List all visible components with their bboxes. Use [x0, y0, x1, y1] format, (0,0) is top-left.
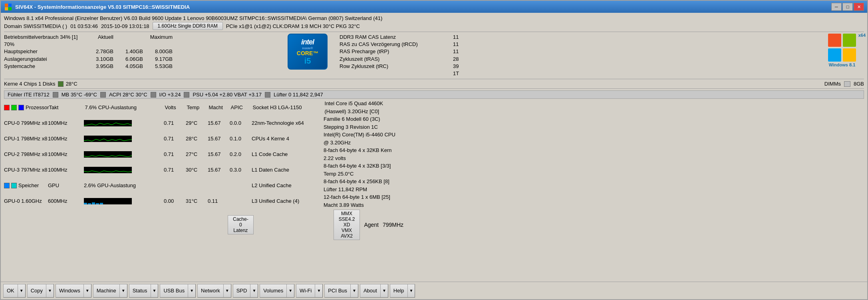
about-arrow[interactable]: ▼	[380, 284, 388, 297]
pci-bus-button[interactable]: PCI Bus ▼	[324, 284, 358, 298]
cas-label: DDR3 RAM CAS Latenz	[340, 34, 451, 41]
status-label: Status	[129, 288, 151, 294]
cpu2-volts: 0.71	[164, 151, 174, 157]
intel-core: CORE™	[297, 50, 318, 56]
cpu0-temp-col: 29°C	[186, 119, 208, 127]
spd-button[interactable]: SPD ▼	[233, 284, 258, 298]
svg-rect-4	[84, 203, 87, 204]
cpu1-takt-col: 100MHz	[48, 135, 84, 143]
copy-arrow[interactable]: ▼	[46, 284, 54, 297]
machine-button[interactable]: Machine ▼	[93, 284, 127, 298]
wifi-arrow[interactable]: ▼	[315, 284, 322, 297]
gpu-color-cyan	[11, 183, 17, 188]
apic-col: APIC	[231, 104, 253, 112]
windows-button[interactable]: Windows ▼	[56, 284, 91, 298]
sensors-bar: Fühler ITE IT8712 MB 35°C -69°C ACPI 28°…	[4, 90, 864, 99]
main-window: SIV64X - Systeminformationsanzeige V5.03…	[0, 0, 868, 300]
windows-logo: x64	[828, 34, 856, 62]
cpu2-chart	[84, 151, 132, 158]
cpu3-socket: L1 Daten Cache	[252, 167, 289, 173]
cpu3-chart-col	[84, 166, 164, 174]
win-sq-yellow	[843, 48, 856, 62]
ok-arrow[interactable]: ▼	[18, 284, 25, 297]
cpu2-proc-col: 8-fach 64-byte 4 x 32KB Kern 2.22 volts	[324, 146, 395, 162]
dimm-slot-indicator	[844, 81, 850, 87]
intel-logo: intel	[301, 38, 314, 46]
wifi-button[interactable]: Wi-Fi ▼	[296, 284, 323, 298]
ram-button[interactable]: 1.60GHz Single DDR3 RAM	[153, 22, 223, 30]
cpu0-macht: 15.67	[208, 120, 221, 126]
macht-label: Macht	[209, 104, 223, 110]
cpu-auslastung: 7.6% CPU-Auslastung	[85, 104, 137, 110]
main-content: Windows 8.1 x64 Professional (Einzelner …	[1, 13, 867, 282]
cpu1-apic: 0.1.0	[230, 136, 241, 142]
help-arrow[interactable]: ▼	[407, 284, 415, 297]
win-sq-green	[843, 34, 856, 47]
cpu2-temp: 27°C	[186, 151, 197, 157]
mmx-button[interactable]: MMX SSE4.2 XD VMX AVX2	[334, 210, 360, 240]
trc-val: 39 1T	[453, 63, 459, 77]
psu-val: PSU +5.04 +2.80 VBAT +3.17	[193, 92, 262, 98]
status-arrow[interactable]: ▼	[151, 284, 158, 297]
pci-bus-label: PCI Bus	[325, 288, 350, 294]
gpu-l2-proc: 8-fach 64-byte 4 x 256KB [8] Lüfter 11,8…	[324, 178, 389, 192]
cpu1-macht: 15.67	[208, 136, 221, 142]
speicher-label: Speicher	[18, 182, 39, 190]
dimms-label: DIMMs	[824, 81, 841, 87]
cache-latenz-button[interactable]: Cache-0 Latenz	[228, 215, 254, 234]
gpu0-macht-col: 0.11	[208, 197, 230, 205]
proc-col: Intel Core i5 Quad 4460K (Haswell) 3.20G…	[325, 100, 395, 115]
proc-label: Intel Core i5 Quad 4460K (Haswell) 3.20G…	[325, 100, 383, 114]
cpu3-name: CPU-3 797MHz x8	[4, 166, 47, 174]
cpu1-temp-col: 28°C	[186, 135, 208, 143]
volumes-button[interactable]: Volumes ▼	[260, 284, 294, 298]
cpu3-apic: 0.3.0	[230, 167, 241, 173]
usb-bus-arrow[interactable]: ▼	[188, 284, 195, 297]
cpu3-takt: 100MHz	[48, 167, 67, 173]
windows-arrow[interactable]: ▼	[83, 284, 91, 297]
ok-label: OK	[4, 288, 18, 294]
sensor-sq-5	[265, 92, 270, 98]
memory-row-0: Hauptspeicher 2.78GB 1.40GB 8.00GB	[4, 48, 276, 55]
ok-button[interactable]: OK ▼	[3, 284, 26, 298]
spd-arrow[interactable]: ▼	[250, 284, 258, 297]
volumes-arrow[interactable]: ▼	[286, 284, 294, 297]
volts-col: Volts	[165, 104, 187, 112]
kerne-text: Kerne 4 Chips 1 Disks	[4, 81, 56, 87]
usb-bus-button[interactable]: USB Bus ▼	[160, 284, 196, 298]
takt-label-col: Takt	[49, 104, 85, 112]
svg-rect-3	[8, 7, 12, 10]
socket-col: Socket H3 LGA-1150	[253, 104, 325, 112]
maximize-button[interactable]: □	[842, 3, 853, 11]
cpu1-proc-col: Intel(R) Core(TM) i5-4460 CPU @ 3.20GHz	[324, 131, 395, 146]
gpu0-volts: 0.00	[164, 198, 174, 204]
minimize-button[interactable]: ─	[831, 3, 842, 11]
status-button[interactable]: Status ▼	[129, 284, 159, 298]
title-bar-left: SIV64X - Systeminformationsanzeige V5.03…	[4, 3, 190, 11]
network-arrow[interactable]: ▼	[223, 284, 231, 297]
temp-text: 28°C	[66, 81, 77, 87]
close-button[interactable]: ✕	[854, 3, 864, 11]
about-button[interactable]: About ▼	[360, 284, 388, 298]
cpu2-apic: 0.2.0	[230, 151, 241, 157]
cpu1-proc: Intel(R) Core(TM) i5-4460 CPU @ 3.20GHz	[324, 132, 395, 146]
cpu2-takt-col: 100MHz	[48, 150, 84, 158]
io-val: I/O +3.24	[159, 92, 181, 98]
trc-label: Row Zykluszeit (tRC)	[340, 63, 451, 77]
hauptspeicher-val1: 2.78GB	[85, 48, 113, 55]
copy-button[interactable]: Copy ▼	[27, 284, 54, 298]
machine-arrow[interactable]: ▼	[119, 284, 127, 297]
help-button[interactable]: Help ▼	[390, 284, 415, 298]
windows-label: Windows	[56, 288, 83, 294]
app-icon	[4, 3, 12, 11]
cpu3-takt-col: 100MHz	[48, 166, 84, 174]
gpu-color-blue	[4, 183, 10, 188]
hauptspeicher-label: Hauptspeicher	[4, 48, 84, 55]
cpu0-proc: Familie 6 Modell 60 (3C) Stepping 3 Revi…	[324, 116, 380, 130]
systemcache-val3: 5.53GB	[145, 63, 173, 70]
cpu0-chart	[84, 120, 132, 126]
intel-badge: intel inside® CORE™ i5	[288, 34, 328, 70]
network-button[interactable]: Network ▼	[197, 284, 231, 298]
pci-bus-arrow[interactable]: ▼	[350, 284, 358, 297]
svg-rect-2	[8, 4, 12, 7]
